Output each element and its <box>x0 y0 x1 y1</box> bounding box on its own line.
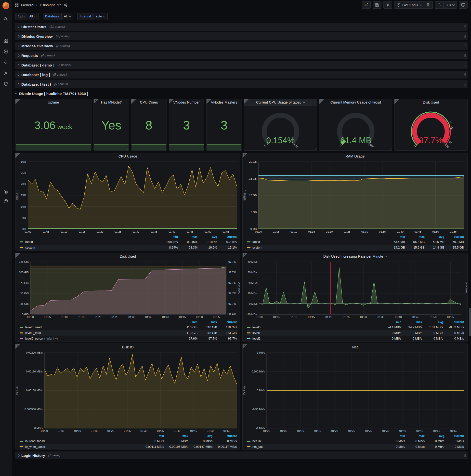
panel-title[interactable]: Net <box>243 344 467 351</box>
row-database-test-[interactable]: Database: [ test ](5 panels) <box>15 80 468 88</box>
legend-column-header[interactable]: current <box>217 235 237 239</box>
breadcrumb-section[interactable]: General <box>21 3 34 7</box>
panel-title[interactable]: Uptime <box>16 99 91 106</box>
legend-series-name[interactable]: total <box>247 250 385 251</box>
legend-series-name[interactable]: taosd <box>20 239 158 245</box>
row-drag-handle-icon[interactable] <box>464 83 466 86</box>
variable-label[interactable]: Database <box>43 13 62 20</box>
legend-series-name[interactable]: level0_used <box>20 324 178 330</box>
legend-column-header[interactable]: min <box>140 434 164 438</box>
avatar-icon[interactable] <box>4 190 8 194</box>
panel-title[interactable]: Current CPU Usage of taosd <box>244 99 317 106</box>
variable-fqdn[interactable]: fqdnAll <box>15 13 39 20</box>
row-drag-handle-icon[interactable] <box>464 54 466 57</box>
legend-column-header[interactable]: current <box>212 434 237 438</box>
legend-series-name[interactable]: net_out <box>247 444 385 449</box>
legend-series-name[interactable]: level2 <box>247 336 381 341</box>
panel-title[interactable]: Disk Used Increasing Rate per Minute <box>243 253 467 260</box>
row-requests[interactable]: Requests(4 panels) <box>15 51 468 59</box>
variable-value-select[interactable]: auto <box>93 13 108 20</box>
legend-column-header[interactable]: avg <box>425 235 444 239</box>
panel-title[interactable]: VNodes Masters <box>206 99 242 106</box>
legend-column-header[interactable]: avg <box>188 434 212 438</box>
panel-title[interactable]: CPU Usage <box>16 153 240 160</box>
legend-series-name[interactable]: level1 <box>247 330 381 336</box>
row-drag-handle-icon[interactable] <box>464 73 466 76</box>
legend-series-name[interactable]: level0_total <box>20 330 178 336</box>
row-database-demo-[interactable]: Database: [ demo ](5 panels) <box>15 61 468 69</box>
legend-series-name[interactable]: level0 <box>247 324 381 330</box>
legend-column-header[interactable]: min <box>385 434 405 438</box>
legend-column-header[interactable]: max <box>401 320 422 324</box>
cycle-view-mode-button[interactable] <box>459 1 468 9</box>
legend-series-name[interactable]: io_read_taosd <box>20 438 140 444</box>
row-database-log-[interactable]: Database: [ log ](5 panels) <box>15 71 468 79</box>
explore-icon[interactable] <box>4 49 8 54</box>
legend-column-header[interactable]: avg <box>422 320 443 324</box>
dashboard-settings-button[interactable] <box>383 1 392 9</box>
row-drag-handle-icon[interactable] <box>464 35 466 38</box>
panel-title[interactable]: VNodes Number <box>169 99 204 106</box>
scrollbar-thumb[interactable] <box>469 308 471 336</box>
variable-Interval[interactable]: Intervalauto <box>77 13 108 20</box>
variable-Database[interactable]: DatabaseAll <box>43 13 73 20</box>
legend-series-name[interactable]: net_in <box>247 438 385 444</box>
star-icon[interactable] <box>57 3 61 7</box>
breadcrumb-title[interactable]: TDinsight <box>39 3 55 7</box>
legend-column-header[interactable]: current <box>444 235 464 239</box>
row-dnode-usage[interactable]: DNode Usage [ huolinhe-TM1701:6030 ] <box>15 90 468 97</box>
refresh-button[interactable] <box>435 1 443 9</box>
legend-series-name[interactable]: system <box>20 245 158 250</box>
panel-menu-chevron-icon[interactable] <box>303 101 305 103</box>
shield-icon[interactable] <box>4 82 8 86</box>
refresh-interval-select[interactable]: 30s <box>443 1 457 9</box>
row-dnodes-overview[interactable]: DNodes Overview(4 panels) <box>15 32 468 40</box>
legend-column-header[interactable]: avg <box>198 235 217 239</box>
legend-column-header[interactable]: max <box>178 235 198 239</box>
row-cluster-status[interactable]: Cluster Status(21 panels) <box>15 23 468 31</box>
legend-column-header[interactable]: current <box>443 320 464 324</box>
legend-column-header[interactable]: max <box>405 434 425 438</box>
grafana-logo-icon[interactable] <box>2 2 10 10</box>
row-login-history[interactable]: Login History(1 panel) <box>15 451 468 459</box>
panel-title[interactable]: Current Memory Usage of taosd <box>320 99 392 106</box>
zoom-out-time-button[interactable] <box>424 1 433 9</box>
variable-value-select[interactable]: All <box>27 13 38 20</box>
legend-column-header[interactable]: max <box>164 434 188 438</box>
legend-column-header[interactable]: max <box>405 235 425 239</box>
legend-column-header[interactable]: min <box>381 320 401 324</box>
variable-value-select[interactable]: All <box>62 13 73 20</box>
variable-label[interactable]: fqdn <box>15 13 27 20</box>
add-panel-button[interactable] <box>362 1 371 9</box>
legend-column-header[interactable]: min <box>385 235 405 239</box>
breadcrumb[interactable]: General / TDinsight <box>21 3 55 7</box>
panel-title[interactable]: CPU Cores <box>131 99 166 106</box>
legend-column-header[interactable]: min <box>178 320 198 324</box>
row-drag-handle-icon[interactable] <box>464 64 466 67</box>
search-icon[interactable] <box>4 17 8 21</box>
legend-series-name[interactable]: io_write_taosd <box>20 444 140 449</box>
row-drag-handle-icon[interactable] <box>464 454 466 457</box>
save-dashboard-button[interactable] <box>373 1 382 9</box>
time-range-picker[interactable]: Last 1 hour <box>394 1 424 9</box>
legend-series-name[interactable]: taosd <box>247 239 385 245</box>
row-mnodes-overview[interactable]: MNodes Overview(2 panels) <box>15 42 468 50</box>
row-drag-handle-icon[interactable] <box>464 44 466 48</box>
legend-column-header[interactable]: min <box>158 235 178 239</box>
alerting-icon[interactable] <box>4 60 8 65</box>
plus-icon[interactable] <box>4 28 8 32</box>
legend-column-header[interactable]: max <box>198 320 217 324</box>
panel-menu-chevron-icon[interactable] <box>385 255 387 257</box>
panel-title[interactable]: Disk IO <box>16 344 240 351</box>
panel-title[interactable]: RAM Usage <box>243 153 467 160</box>
panel-title[interactable]: Disk Used <box>16 253 240 260</box>
panel-title[interactable]: Disk Used <box>394 99 467 106</box>
legend-series-name[interactable]: system <box>247 245 385 250</box>
legend-column-header[interactable]: current <box>217 320 237 324</box>
legend-column-header[interactable]: current <box>444 434 464 438</box>
variable-label[interactable]: Interval <box>77 13 93 20</box>
share-icon[interactable] <box>64 3 67 7</box>
legend-series-name[interactable]: level0_percent(right-y) <box>20 336 178 341</box>
legend-column-header[interactable]: avg <box>425 434 444 438</box>
row-drag-handle-icon[interactable] <box>464 25 466 29</box>
